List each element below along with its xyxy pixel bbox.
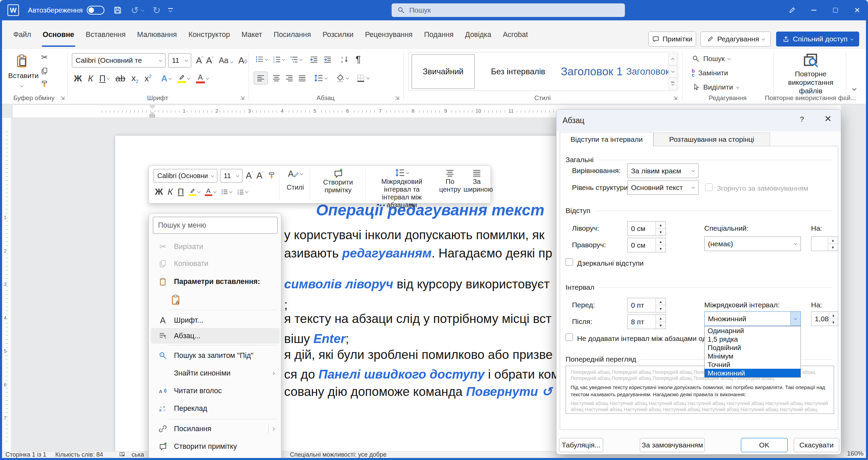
mini-new-comment-button[interactable]: Створитипримітку [312, 166, 364, 204]
styles-scroll-up-button[interactable] [668, 54, 677, 65]
ribbon-tab[interactable]: Acrobat [497, 20, 534, 49]
paste-button[interactable]: Вставити [8, 52, 35, 89]
menu-item-translate[interactable]: Переклад [151, 401, 280, 416]
zoom-level[interactable]: 160% [847, 450, 864, 457]
spacing-at-spinner[interactable]: 1,08 ▲▼ [811, 311, 838, 326]
comments-button[interactable]: Примітки [648, 32, 696, 46]
find-button[interactable]: Пошук [692, 55, 730, 63]
mini-underline-button[interactable]: П [178, 187, 184, 197]
ribbon-tab[interactable]: Розсилки [317, 20, 359, 49]
dropdown-option[interactable]: Подвійний [705, 343, 801, 352]
grow-font-button[interactable]: Aˆ [196, 55, 203, 66]
font-dialog-launcher[interactable]: ⇲ [240, 95, 244, 101]
ribbon-tab[interactable]: Макет [236, 20, 268, 49]
menu-item-link[interactable]: Посилання [151, 421, 280, 437]
spin-down-icon[interactable]: ▼ [656, 229, 666, 235]
collapse-ribbon-button[interactable] [853, 86, 856, 92]
menu-item-read-aloud[interactable]: Читати вголос [151, 383, 280, 399]
reuse-files-button[interactable]: Повторне використання файлів [777, 51, 845, 95]
set-default-button[interactable]: За замовчуванням [640, 438, 705, 452]
replace-button[interactable]: bc Замінити [692, 69, 728, 77]
borders-button[interactable] [356, 73, 369, 83]
format-painter-button[interactable] [40, 80, 49, 89]
dropdown-option[interactable]: Множинний [705, 369, 801, 377]
cancel-button[interactable]: Скасувати [794, 438, 839, 452]
shrink-font-button[interactable]: Aˇ [206, 55, 214, 66]
dropdown-option[interactable]: 1,5 рядка [705, 335, 801, 343]
dropdown-option[interactable]: Мінімум [705, 352, 801, 360]
share-button[interactable]: Спільний доступ [776, 32, 859, 46]
dropdown-option[interactable]: Одинарний [705, 326, 801, 335]
mini-shrink-font-button[interactable]: Aˇ [256, 170, 263, 181]
no-space-same-style-checkbox[interactable] [566, 333, 573, 341]
menu-item-synonyms[interactable]: Знайти синоніми [151, 365, 280, 381]
paragraph-dialog-launcher[interactable]: ⇲ [395, 95, 399, 101]
spacing-before-spinner[interactable]: 0 пт ▲▼ [627, 298, 666, 312]
close-button[interactable]: × [846, 0, 868, 20]
line-spacing-combo[interactable]: Множинний [704, 311, 801, 326]
mini-align-center-button[interactable]: Поцентру [437, 166, 463, 204]
accessibility-status[interactable]: Спеціальні можливості: усе добре [290, 451, 387, 458]
italic-button[interactable]: К [88, 73, 93, 84]
autosave-toggle[interactable] [87, 6, 104, 15]
ribbon-tab[interactable]: Вставлення [80, 20, 131, 49]
ribbon-tab[interactable]: Основне [37, 20, 80, 49]
strikethrough-button[interactable]: ab [116, 73, 125, 84]
line-spacing-button[interactable] [314, 73, 327, 83]
redo-button[interactable]: ↻ [153, 5, 160, 16]
align-left-button[interactable] [254, 72, 268, 84]
mini-justify-button[interactable]: Зашириною [463, 166, 490, 204]
mini-line-spacing-button[interactable]: Міжрядковий інтервал таінтервал між абза… [368, 166, 436, 204]
spin-down-icon[interactable]: ▼ [829, 319, 838, 326]
language-indicator[interactable]: ська [132, 451, 144, 458]
spin-down-icon[interactable]: ▼ [656, 305, 666, 312]
ribbon-tab[interactable]: Малювання [131, 20, 182, 49]
decrease-indent-button[interactable] [310, 55, 318, 64]
tab-indents-spacing[interactable]: Відступи та інтервали [560, 132, 653, 146]
ribbon-tab[interactable]: Рецензування [359, 20, 418, 49]
search-box[interactable] [392, 3, 625, 17]
proofing-icon[interactable] [119, 451, 125, 458]
help-button[interactable]: ? [800, 115, 804, 124]
save-button[interactable] [113, 6, 122, 15]
menu-item-search-selection[interactable]: Пошук за запитом "Під" [151, 348, 280, 363]
mini-format-painter-button[interactable] [267, 171, 276, 180]
text-effects-button[interactable]: A [161, 73, 171, 84]
copy-button[interactable] [40, 67, 48, 75]
autosave-control[interactable]: Автозбереження [28, 6, 104, 15]
undo-button[interactable]: ↺ [131, 5, 139, 16]
inking-button[interactable] [781, 0, 803, 20]
spin-up-icon[interactable]: ▲ [829, 312, 838, 319]
cut-button[interactable]: ✂ [41, 53, 48, 62]
mini-highlight-button[interactable] [189, 188, 200, 196]
tab-line-page-breaks[interactable]: Розташування на сторінці [653, 133, 770, 146]
dropdown-option[interactable]: Точний [705, 360, 801, 369]
menu-search-box[interactable] [153, 217, 278, 234]
ok-button[interactable]: OK [741, 438, 788, 452]
vertical-ruler[interactable]: 1234567 [3, 118, 11, 452]
mini-font-size-combo[interactable]: 11 [220, 169, 242, 183]
indent-right-spinner[interactable]: 0 см ▲▼ [627, 238, 666, 252]
left-indent-marker[interactable] [150, 115, 155, 117]
clear-formatting-button[interactable]: A◊ [238, 55, 247, 66]
shading-button[interactable] [335, 73, 349, 83]
align-center-button[interactable] [272, 74, 281, 82]
spin-up-icon[interactable]: ▲ [656, 298, 666, 305]
spin-down-icon[interactable]: ▼ [656, 245, 666, 252]
paste-option-keep-text[interactable] [151, 291, 280, 308]
hanging-indent-marker[interactable] [150, 112, 155, 115]
style-normal[interactable]: Звичайний [412, 54, 475, 89]
spin-up-icon[interactable]: ▲ [656, 315, 666, 322]
mini-italic-button[interactable]: К [168, 187, 173, 197]
search-input[interactable] [409, 6, 599, 14]
font-color-button[interactable]: A [196, 74, 209, 83]
align-right-button[interactable] [285, 74, 294, 82]
clipboard-dialog-launcher[interactable]: ⇲ [60, 95, 65, 101]
menu-item-font[interactable]: A Шрифт... [151, 312, 280, 328]
ribbon-tab[interactable]: Посилання [268, 20, 317, 49]
spin-up-icon[interactable]: ▲ [656, 238, 666, 245]
font-name-combo[interactable]: Calibri (Основний те [72, 53, 165, 68]
mini-font-color-button[interactable]: A [205, 188, 216, 196]
mini-bullets-button[interactable] [221, 188, 232, 196]
mini-bold-button[interactable]: Ж [155, 187, 163, 197]
